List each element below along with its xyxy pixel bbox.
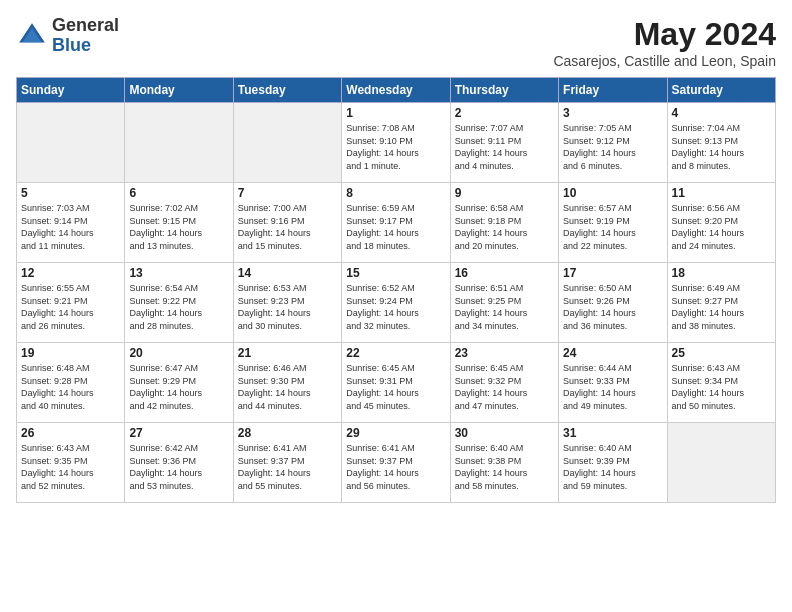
day-number: 28 [238, 426, 337, 440]
day-info: Sunrise: 6:51 AM Sunset: 9:25 PM Dayligh… [455, 282, 554, 332]
calendar-cell: 10Sunrise: 6:57 AM Sunset: 9:19 PM Dayli… [559, 183, 667, 263]
logo-blue-text: Blue [52, 36, 119, 56]
day-info: Sunrise: 6:42 AM Sunset: 9:36 PM Dayligh… [129, 442, 228, 492]
weekday-header: Saturday [667, 78, 775, 103]
calendar-cell: 17Sunrise: 6:50 AM Sunset: 9:26 PM Dayli… [559, 263, 667, 343]
calendar-cell: 15Sunrise: 6:52 AM Sunset: 9:24 PM Dayli… [342, 263, 450, 343]
day-number: 21 [238, 346, 337, 360]
day-info: Sunrise: 6:40 AM Sunset: 9:38 PM Dayligh… [455, 442, 554, 492]
calendar-cell: 23Sunrise: 6:45 AM Sunset: 9:32 PM Dayli… [450, 343, 558, 423]
calendar-cell [667, 423, 775, 503]
calendar-table: SundayMondayTuesdayWednesdayThursdayFrid… [16, 77, 776, 503]
weekday-header: Monday [125, 78, 233, 103]
day-info: Sunrise: 6:43 AM Sunset: 9:35 PM Dayligh… [21, 442, 120, 492]
day-info: Sunrise: 6:47 AM Sunset: 9:29 PM Dayligh… [129, 362, 228, 412]
logo-icon [16, 20, 48, 52]
day-number: 25 [672, 346, 771, 360]
calendar-cell: 21Sunrise: 6:46 AM Sunset: 9:30 PM Dayli… [233, 343, 341, 423]
day-info: Sunrise: 6:53 AM Sunset: 9:23 PM Dayligh… [238, 282, 337, 332]
calendar-title: May 2024 [553, 16, 776, 53]
day-info: Sunrise: 6:41 AM Sunset: 9:37 PM Dayligh… [238, 442, 337, 492]
logo: General Blue [16, 16, 119, 56]
title-block: May 2024 Casarejos, Castille and Leon, S… [553, 16, 776, 69]
day-info: Sunrise: 6:55 AM Sunset: 9:21 PM Dayligh… [21, 282, 120, 332]
day-number: 17 [563, 266, 662, 280]
day-info: Sunrise: 6:44 AM Sunset: 9:33 PM Dayligh… [563, 362, 662, 412]
day-number: 15 [346, 266, 445, 280]
calendar-cell: 4Sunrise: 7:04 AM Sunset: 9:13 PM Daylig… [667, 103, 775, 183]
calendar-cell: 12Sunrise: 6:55 AM Sunset: 9:21 PM Dayli… [17, 263, 125, 343]
day-number: 30 [455, 426, 554, 440]
day-number: 9 [455, 186, 554, 200]
day-info: Sunrise: 6:45 AM Sunset: 9:31 PM Dayligh… [346, 362, 445, 412]
weekday-header: Friday [559, 78, 667, 103]
day-number: 22 [346, 346, 445, 360]
day-number: 20 [129, 346, 228, 360]
day-number: 8 [346, 186, 445, 200]
day-number: 3 [563, 106, 662, 120]
calendar-cell: 5Sunrise: 7:03 AM Sunset: 9:14 PM Daylig… [17, 183, 125, 263]
day-number: 23 [455, 346, 554, 360]
logo-text: General Blue [52, 16, 119, 56]
day-info: Sunrise: 6:40 AM Sunset: 9:39 PM Dayligh… [563, 442, 662, 492]
calendar-cell: 3Sunrise: 7:05 AM Sunset: 9:12 PM Daylig… [559, 103, 667, 183]
day-info: Sunrise: 7:03 AM Sunset: 9:14 PM Dayligh… [21, 202, 120, 252]
weekday-header-row: SundayMondayTuesdayWednesdayThursdayFrid… [17, 78, 776, 103]
calendar-week-row: 1Sunrise: 7:08 AM Sunset: 9:10 PM Daylig… [17, 103, 776, 183]
day-info: Sunrise: 6:54 AM Sunset: 9:22 PM Dayligh… [129, 282, 228, 332]
day-number: 29 [346, 426, 445, 440]
day-number: 26 [21, 426, 120, 440]
calendar-cell [17, 103, 125, 183]
calendar-cell: 20Sunrise: 6:47 AM Sunset: 9:29 PM Dayli… [125, 343, 233, 423]
day-info: Sunrise: 6:45 AM Sunset: 9:32 PM Dayligh… [455, 362, 554, 412]
calendar-cell: 1Sunrise: 7:08 AM Sunset: 9:10 PM Daylig… [342, 103, 450, 183]
day-info: Sunrise: 6:46 AM Sunset: 9:30 PM Dayligh… [238, 362, 337, 412]
day-info: Sunrise: 6:49 AM Sunset: 9:27 PM Dayligh… [672, 282, 771, 332]
day-info: Sunrise: 7:05 AM Sunset: 9:12 PM Dayligh… [563, 122, 662, 172]
calendar-cell: 22Sunrise: 6:45 AM Sunset: 9:31 PM Dayli… [342, 343, 450, 423]
day-info: Sunrise: 6:41 AM Sunset: 9:37 PM Dayligh… [346, 442, 445, 492]
day-info: Sunrise: 7:02 AM Sunset: 9:15 PM Dayligh… [129, 202, 228, 252]
calendar-cell: 25Sunrise: 6:43 AM Sunset: 9:34 PM Dayli… [667, 343, 775, 423]
day-info: Sunrise: 6:43 AM Sunset: 9:34 PM Dayligh… [672, 362, 771, 412]
calendar-week-row: 26Sunrise: 6:43 AM Sunset: 9:35 PM Dayli… [17, 423, 776, 503]
day-number: 13 [129, 266, 228, 280]
weekday-header: Sunday [17, 78, 125, 103]
calendar-cell: 11Sunrise: 6:56 AM Sunset: 9:20 PM Dayli… [667, 183, 775, 263]
calendar-week-row: 5Sunrise: 7:03 AM Sunset: 9:14 PM Daylig… [17, 183, 776, 263]
day-number: 14 [238, 266, 337, 280]
calendar-week-row: 12Sunrise: 6:55 AM Sunset: 9:21 PM Dayli… [17, 263, 776, 343]
calendar-cell: 8Sunrise: 6:59 AM Sunset: 9:17 PM Daylig… [342, 183, 450, 263]
weekday-header: Thursday [450, 78, 558, 103]
day-info: Sunrise: 6:56 AM Sunset: 9:20 PM Dayligh… [672, 202, 771, 252]
day-number: 1 [346, 106, 445, 120]
day-info: Sunrise: 6:58 AM Sunset: 9:18 PM Dayligh… [455, 202, 554, 252]
logo-general-text: General [52, 16, 119, 36]
calendar-cell: 29Sunrise: 6:41 AM Sunset: 9:37 PM Dayli… [342, 423, 450, 503]
calendar-cell: 30Sunrise: 6:40 AM Sunset: 9:38 PM Dayli… [450, 423, 558, 503]
calendar-cell: 13Sunrise: 6:54 AM Sunset: 9:22 PM Dayli… [125, 263, 233, 343]
day-number: 4 [672, 106, 771, 120]
day-number: 6 [129, 186, 228, 200]
calendar-cell: 24Sunrise: 6:44 AM Sunset: 9:33 PM Dayli… [559, 343, 667, 423]
day-info: Sunrise: 7:07 AM Sunset: 9:11 PM Dayligh… [455, 122, 554, 172]
day-number: 7 [238, 186, 337, 200]
calendar-cell: 14Sunrise: 6:53 AM Sunset: 9:23 PM Dayli… [233, 263, 341, 343]
day-number: 10 [563, 186, 662, 200]
day-info: Sunrise: 7:08 AM Sunset: 9:10 PM Dayligh… [346, 122, 445, 172]
calendar-cell: 27Sunrise: 6:42 AM Sunset: 9:36 PM Dayli… [125, 423, 233, 503]
calendar-cell: 28Sunrise: 6:41 AM Sunset: 9:37 PM Dayli… [233, 423, 341, 503]
day-number: 11 [672, 186, 771, 200]
day-number: 24 [563, 346, 662, 360]
calendar-location: Casarejos, Castille and Leon, Spain [553, 53, 776, 69]
weekday-header: Tuesday [233, 78, 341, 103]
day-number: 18 [672, 266, 771, 280]
calendar-cell: 18Sunrise: 6:49 AM Sunset: 9:27 PM Dayli… [667, 263, 775, 343]
calendar-cell: 9Sunrise: 6:58 AM Sunset: 9:18 PM Daylig… [450, 183, 558, 263]
day-number: 2 [455, 106, 554, 120]
day-number: 16 [455, 266, 554, 280]
weekday-header: Wednesday [342, 78, 450, 103]
page-header: General Blue May 2024 Casarejos, Castill… [16, 16, 776, 69]
day-number: 27 [129, 426, 228, 440]
day-number: 5 [21, 186, 120, 200]
